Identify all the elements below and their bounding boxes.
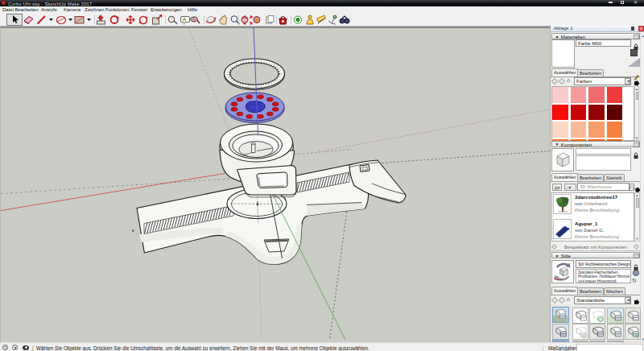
svg-text:A: A (183, 17, 186, 22)
